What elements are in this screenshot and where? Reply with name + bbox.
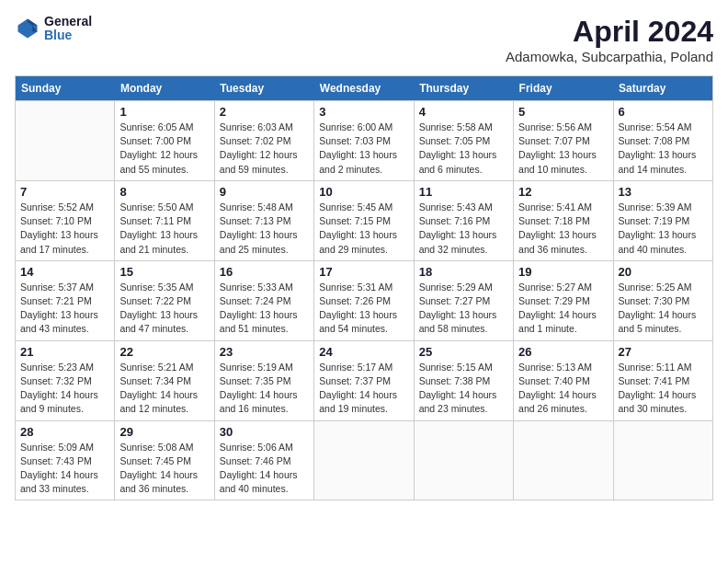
column-header-sunday: Sunday xyxy=(16,76,115,101)
day-info: Sunrise: 5:21 AM Sunset: 7:34 PM Dayligh… xyxy=(119,361,209,417)
day-number: 12 xyxy=(518,185,608,199)
day-cell: 19Sunrise: 5:27 AM Sunset: 7:29 PM Dayli… xyxy=(514,260,613,340)
day-number: 7 xyxy=(20,185,109,199)
day-number: 2 xyxy=(220,105,309,119)
day-number: 19 xyxy=(518,265,608,279)
day-cell: 12Sunrise: 5:41 AM Sunset: 7:18 PM Dayli… xyxy=(514,180,613,260)
day-cell: 15Sunrise: 5:35 AM Sunset: 7:22 PM Dayli… xyxy=(115,260,214,340)
day-cell: 4Sunrise: 5:58 AM Sunset: 7:05 PM Daylig… xyxy=(414,101,513,181)
day-cell: 5Sunrise: 5:56 AM Sunset: 7:07 PM Daylig… xyxy=(514,101,613,181)
day-cell: 22Sunrise: 5:21 AM Sunset: 7:34 PM Dayli… xyxy=(115,340,214,420)
day-info: Sunrise: 6:05 AM Sunset: 7:00 PM Dayligh… xyxy=(119,121,209,177)
day-number: 23 xyxy=(220,345,309,359)
day-number: 24 xyxy=(319,345,408,359)
calendar-table: SundayMondayTuesdayWednesdayThursdayFrid… xyxy=(15,75,713,500)
logo-blue: Blue xyxy=(44,29,92,42)
day-cell: 28Sunrise: 5:09 AM Sunset: 7:43 PM Dayli… xyxy=(16,420,115,500)
day-info: Sunrise: 6:03 AM Sunset: 7:02 PM Dayligh… xyxy=(220,121,309,177)
day-cell: 10Sunrise: 5:45 AM Sunset: 7:15 PM Dayli… xyxy=(314,180,414,260)
day-info: Sunrise: 5:15 AM Sunset: 7:38 PM Dayligh… xyxy=(419,361,508,417)
day-cell: 2Sunrise: 6:03 AM Sunset: 7:02 PM Daylig… xyxy=(214,101,313,181)
day-cell: 18Sunrise: 5:29 AM Sunset: 7:27 PM Dayli… xyxy=(414,260,513,340)
day-number: 8 xyxy=(119,185,209,199)
day-number: 1 xyxy=(119,105,209,119)
day-number: 18 xyxy=(419,265,508,279)
day-number: 14 xyxy=(20,265,109,279)
day-cell: 14Sunrise: 5:37 AM Sunset: 7:21 PM Dayli… xyxy=(16,260,115,340)
day-cell: 24Sunrise: 5:17 AM Sunset: 7:37 PM Dayli… xyxy=(314,340,414,420)
day-cell: 1Sunrise: 6:05 AM Sunset: 7:00 PM Daylig… xyxy=(115,101,214,181)
day-info: Sunrise: 5:52 AM Sunset: 7:10 PM Dayligh… xyxy=(20,201,109,257)
day-info: Sunrise: 5:37 AM Sunset: 7:21 PM Dayligh… xyxy=(20,281,109,337)
day-info: Sunrise: 5:27 AM Sunset: 7:29 PM Dayligh… xyxy=(518,281,608,337)
column-header-thursday: Thursday xyxy=(414,76,513,101)
day-info: Sunrise: 5:39 AM Sunset: 7:19 PM Dayligh… xyxy=(619,201,708,257)
day-number: 26 xyxy=(518,345,608,359)
day-cell: 26Sunrise: 5:13 AM Sunset: 7:40 PM Dayli… xyxy=(514,340,613,420)
day-number: 6 xyxy=(619,105,708,119)
day-info: Sunrise: 5:08 AM Sunset: 7:45 PM Dayligh… xyxy=(119,441,209,497)
day-info: Sunrise: 5:56 AM Sunset: 7:07 PM Dayligh… xyxy=(518,121,608,177)
day-cell: 13Sunrise: 5:39 AM Sunset: 7:19 PM Dayli… xyxy=(613,180,712,260)
day-cell xyxy=(16,101,115,181)
day-cell: 7Sunrise: 5:52 AM Sunset: 7:10 PM Daylig… xyxy=(16,180,115,260)
logo: General Blue xyxy=(15,15,92,43)
week-row-1: 1Sunrise: 6:05 AM Sunset: 7:00 PM Daylig… xyxy=(16,101,713,181)
day-number: 22 xyxy=(119,345,209,359)
week-row-2: 7Sunrise: 5:52 AM Sunset: 7:10 PM Daylig… xyxy=(16,180,713,260)
day-cell xyxy=(314,420,414,500)
day-info: Sunrise: 5:23 AM Sunset: 7:32 PM Dayligh… xyxy=(20,361,109,417)
day-info: Sunrise: 5:54 AM Sunset: 7:08 PM Dayligh… xyxy=(619,121,708,177)
day-info: Sunrise: 5:06 AM Sunset: 7:46 PM Dayligh… xyxy=(220,441,309,497)
day-number: 9 xyxy=(220,185,309,199)
day-cell: 29Sunrise: 5:08 AM Sunset: 7:45 PM Dayli… xyxy=(115,420,214,500)
day-cell: 30Sunrise: 5:06 AM Sunset: 7:46 PM Dayli… xyxy=(214,420,313,500)
day-number: 16 xyxy=(220,265,309,279)
day-number: 3 xyxy=(319,105,408,119)
day-info: Sunrise: 5:33 AM Sunset: 7:24 PM Dayligh… xyxy=(220,281,309,337)
day-number: 4 xyxy=(419,105,508,119)
day-number: 13 xyxy=(619,185,708,199)
day-cell: 3Sunrise: 6:00 AM Sunset: 7:03 PM Daylig… xyxy=(314,101,414,181)
day-info: Sunrise: 6:00 AM Sunset: 7:03 PM Dayligh… xyxy=(319,121,408,177)
day-info: Sunrise: 5:45 AM Sunset: 7:15 PM Dayligh… xyxy=(319,201,408,257)
day-cell xyxy=(514,420,613,500)
week-row-5: 28Sunrise: 5:09 AM Sunset: 7:43 PM Dayli… xyxy=(16,420,713,500)
column-header-saturday: Saturday xyxy=(613,76,712,101)
day-number: 11 xyxy=(419,185,508,199)
day-cell: 6Sunrise: 5:54 AM Sunset: 7:08 PM Daylig… xyxy=(613,101,712,181)
logo-text: General Blue xyxy=(44,15,92,43)
day-cell: 25Sunrise: 5:15 AM Sunset: 7:38 PM Dayli… xyxy=(414,340,513,420)
day-header-row: SundayMondayTuesdayWednesdayThursdayFrid… xyxy=(16,76,713,101)
day-cell: 9Sunrise: 5:48 AM Sunset: 7:13 PM Daylig… xyxy=(214,180,313,260)
day-info: Sunrise: 5:09 AM Sunset: 7:43 PM Dayligh… xyxy=(20,441,109,497)
day-cell: 8Sunrise: 5:50 AM Sunset: 7:11 PM Daylig… xyxy=(115,180,214,260)
day-cell: 27Sunrise: 5:11 AM Sunset: 7:41 PM Dayli… xyxy=(613,340,712,420)
day-number: 5 xyxy=(518,105,608,119)
day-info: Sunrise: 5:25 AM Sunset: 7:30 PM Dayligh… xyxy=(619,281,708,337)
day-info: Sunrise: 5:41 AM Sunset: 7:18 PM Dayligh… xyxy=(518,201,608,257)
day-number: 20 xyxy=(619,265,708,279)
day-info: Sunrise: 5:19 AM Sunset: 7:35 PM Dayligh… xyxy=(220,361,309,417)
day-info: Sunrise: 5:58 AM Sunset: 7:05 PM Dayligh… xyxy=(419,121,508,177)
day-cell: 16Sunrise: 5:33 AM Sunset: 7:24 PM Dayli… xyxy=(214,260,313,340)
day-number: 15 xyxy=(119,265,209,279)
day-info: Sunrise: 5:50 AM Sunset: 7:11 PM Dayligh… xyxy=(119,201,209,257)
logo-icon xyxy=(15,16,40,41)
day-number: 17 xyxy=(319,265,408,279)
title-block: April 2024 Adamowka, Subcarpathia, Polan… xyxy=(506,15,713,64)
week-row-4: 21Sunrise: 5:23 AM Sunset: 7:32 PM Dayli… xyxy=(16,340,713,420)
day-number: 28 xyxy=(20,425,109,439)
day-info: Sunrise: 5:35 AM Sunset: 7:22 PM Dayligh… xyxy=(119,281,209,337)
day-cell: 11Sunrise: 5:43 AM Sunset: 7:16 PM Dayli… xyxy=(414,180,513,260)
day-info: Sunrise: 5:11 AM Sunset: 7:41 PM Dayligh… xyxy=(619,361,708,417)
column-header-friday: Friday xyxy=(514,76,613,101)
column-header-wednesday: Wednesday xyxy=(314,76,414,101)
day-info: Sunrise: 5:17 AM Sunset: 7:37 PM Dayligh… xyxy=(319,361,408,417)
column-header-monday: Monday xyxy=(115,76,214,101)
day-number: 29 xyxy=(119,425,209,439)
day-cell xyxy=(414,420,513,500)
day-number: 21 xyxy=(20,345,109,359)
column-header-tuesday: Tuesday xyxy=(214,76,313,101)
day-number: 25 xyxy=(419,345,508,359)
